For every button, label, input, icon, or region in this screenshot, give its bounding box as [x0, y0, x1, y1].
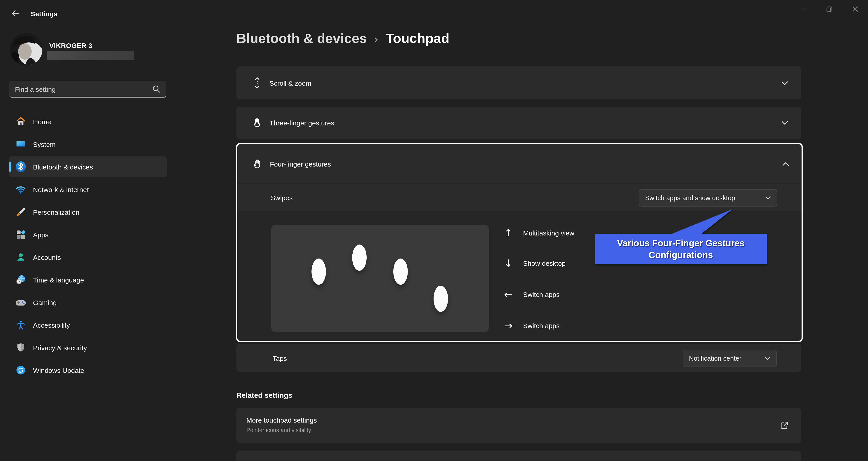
settings-window: Settings — [0, 0, 868, 461]
sidebar-item-label: Home — [33, 118, 51, 125]
restore-button[interactable] — [816, 0, 842, 18]
apps-icon — [15, 229, 27, 241]
search-icon[interactable] — [152, 85, 160, 93]
breadcrumb: Bluetooth & devices › Touchpad — [237, 31, 450, 46]
chevron-down-icon — [782, 81, 788, 85]
restore-icon — [826, 6, 833, 12]
chevron-down-icon — [782, 121, 788, 125]
arrow-up-icon: ↑ — [504, 227, 518, 238]
chevron-up-icon — [782, 162, 789, 166]
wifi-icon — [15, 184, 27, 195]
bluetooth-icon — [15, 161, 27, 173]
sidebar-item-home[interactable]: Home — [9, 111, 167, 132]
four-finger-title: Four-finger gestures — [270, 160, 331, 168]
sidebar-item-bluetooth-devices[interactable]: Bluetooth & devices — [9, 156, 167, 177]
sidebar-item-label: Apps — [33, 231, 49, 238]
finger-dot-3 — [393, 258, 408, 285]
sidebar-item-apps[interactable]: Apps — [9, 224, 167, 245]
four-finger-expander[interactable]: Four-finger gestures — [237, 144, 802, 183]
windows-update-icon — [15, 364, 27, 376]
search-box — [9, 81, 166, 98]
sidebar-item-label: System — [33, 140, 56, 148]
sidebar-item-personalization[interactable]: Personalization — [9, 202, 167, 222]
gesture-label: Multitasking view — [523, 229, 575, 237]
sidebar-item-label: Time & language — [33, 276, 84, 284]
arrow-left-icon: ← — [504, 288, 518, 300]
taps-dropdown-value: Notification center — [689, 355, 741, 362]
divider — [237, 184, 802, 184]
selected-accent-pill — [9, 162, 11, 172]
finger-dot-1 — [311, 258, 326, 285]
scroll-zoom-icon — [251, 76, 263, 89]
swipes-label: Swipes — [271, 194, 293, 202]
four-finger-section: Four-finger gestures Swipes Switch apps … — [236, 143, 803, 342]
sidebar-item-accessibility[interactable]: Accessibility — [9, 314, 167, 335]
sidebar-item-network-internet[interactable]: Network & internet — [9, 179, 167, 200]
sidebar-item-label: Windows Update — [33, 366, 84, 374]
avatar[interactable] — [10, 33, 42, 65]
sidebar-item-label: Accessibility — [33, 321, 70, 329]
partial-card[interactable] — [237, 451, 801, 461]
profile-name[interactable]: VIKROGER 3 — [49, 41, 92, 49]
sidebar-item-privacy-security[interactable]: Privacy & security — [9, 337, 167, 358]
chevron-down-icon — [765, 357, 770, 360]
breadcrumb-parent[interactable]: Bluetooth & devices — [237, 31, 367, 46]
arrow-right-icon: → — [504, 320, 518, 331]
taps-dropdown[interactable]: Notification center — [683, 350, 777, 367]
more-touchpad-settings-title: More touchpad settings — [246, 416, 317, 424]
finger-dot-2 — [352, 245, 367, 271]
breadcrumb-separator: › — [374, 33, 378, 45]
touchpad-illustration — [271, 225, 489, 332]
system-icon — [15, 138, 27, 150]
search-input[interactable] — [9, 85, 152, 93]
accessibility-person-icon — [15, 319, 27, 331]
close-button[interactable] — [842, 0, 868, 18]
gesture-label: Switch apps — [523, 290, 560, 298]
taps-label: Taps — [273, 354, 287, 362]
finger-dot-4 — [434, 286, 448, 312]
chevron-down-icon — [765, 196, 771, 200]
sidebar-item-gaming[interactable]: Gaming — [9, 292, 167, 313]
three-finger-title: Three-finger gestures — [270, 119, 334, 127]
app-title: Settings — [31, 10, 57, 18]
minimize-button[interactable] — [791, 0, 816, 18]
gesture-row-down: ↓ Show desktop — [504, 257, 565, 269]
more-touchpad-settings-subtitle: Pointer icons and visibility — [246, 427, 311, 433]
gesture-row-up: ↑ Multitasking view — [504, 227, 575, 239]
swipes-dropdown-value: Switch apps and show desktop — [645, 194, 735, 202]
arrow-down-icon: ↓ — [504, 257, 518, 269]
three-finger-hand-icon — [251, 117, 263, 129]
gesture-row-right: → Switch apps — [504, 319, 560, 331]
back-arrow-icon — [11, 10, 19, 17]
brush-icon — [15, 206, 27, 218]
close-icon — [852, 6, 858, 12]
gesture-label: Switch apps — [523, 321, 560, 329]
sidebar-item-label: Bluetooth & devices — [33, 163, 93, 171]
four-finger-hand-icon — [252, 158, 264, 171]
scroll-zoom-expander[interactable]: Scroll & zoom — [237, 66, 801, 99]
three-finger-expander[interactable]: Three-finger gestures — [237, 107, 801, 139]
page-title: Touchpad — [385, 31, 450, 46]
sidebar-item-system[interactable]: System — [9, 134, 167, 155]
minimize-icon — [801, 8, 806, 9]
sidebar-item-accounts[interactable]: Accounts — [9, 247, 167, 268]
shield-icon — [15, 342, 27, 354]
external-link-icon — [780, 421, 789, 430]
sidebar-item-time-language[interactable]: Time & language — [9, 269, 167, 290]
scroll-zoom-title: Scroll & zoom — [270, 79, 311, 87]
profile-redacted-bar — [47, 51, 134, 60]
gesture-label: Show desktop — [523, 259, 565, 267]
sidebar-item-label: Accounts — [33, 253, 61, 261]
accounts-person-icon — [15, 251, 27, 263]
window-controls — [791, 0, 868, 18]
sidebar-item-label: Gaming — [33, 299, 57, 306]
gesture-row-left: ← Switch apps — [504, 288, 560, 300]
sidebar-item-windows-update[interactable]: Windows Update — [9, 360, 167, 380]
time-language-icon — [15, 274, 27, 286]
more-touchpad-settings-link[interactable]: More touchpad settings Pointer icons and… — [237, 408, 801, 443]
gamepad-icon — [15, 297, 27, 308]
swipes-dropdown[interactable]: Switch apps and show desktop — [639, 189, 777, 207]
sidebar-item-label: Personalization — [33, 208, 79, 216]
home-icon — [15, 116, 27, 127]
back-button[interactable] — [7, 5, 24, 21]
